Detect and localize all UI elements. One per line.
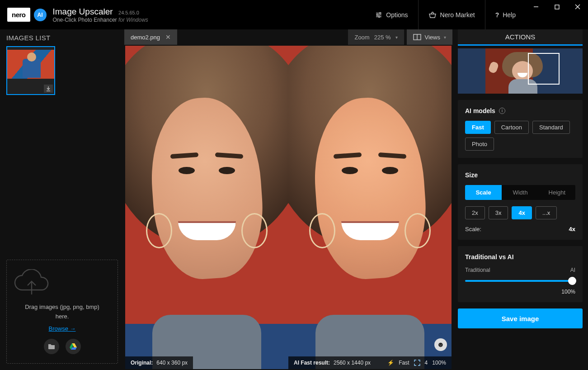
- svg-point-5: [379, 16, 380, 17]
- actions-title: ACTIONS: [458, 29, 583, 46]
- scale-4x-button[interactable]: 4x: [512, 206, 532, 219]
- title-block: Image Upscaler 24.5.65.0 One-Click Photo…: [53, 7, 148, 23]
- app-version: 24.5.65.0: [118, 10, 139, 15]
- thumbnail-image: [7, 50, 54, 79]
- google-drive-button[interactable]: [66, 339, 81, 354]
- chevron-down-icon: ▾: [395, 35, 398, 40]
- model-standard-button[interactable]: Standard: [532, 121, 570, 134]
- model-fast-button[interactable]: Fast: [465, 121, 491, 134]
- download-icon: [46, 86, 51, 91]
- maximize-icon: [555, 5, 560, 9]
- chevron-down-icon: ▾: [444, 35, 446, 40]
- maximize-button[interactable]: [546, 0, 567, 14]
- images-list-panel: IMAGES LIST Drag images (jpg, png, bmp)h…: [0, 29, 124, 370]
- basket-icon: [428, 11, 437, 19]
- original-pane: Original: 640 x 360 px: [125, 46, 288, 369]
- dropzone[interactable]: Drag images (jpg, png, bmp)here. Browse …: [6, 260, 118, 364]
- zoom-label: Zoom: [354, 34, 369, 41]
- svg-point-3: [380, 12, 381, 14]
- app-window: nero AI Image Upscaler 24.5.65.0 One-Cli…: [0, 0, 588, 370]
- scale-x-button[interactable]: ...x: [536, 206, 557, 219]
- model-photo-button[interactable]: Photo: [465, 138, 494, 151]
- browse-link[interactable]: Browse →: [49, 325, 76, 332]
- result-info: AI Fast result: 2560 x 1440 px ⚡ Fast 4 …: [288, 356, 452, 369]
- sliders-icon: [375, 11, 382, 19]
- app-title: Image Upscaler: [53, 7, 113, 16]
- tabbar: demo2.png ✕ Zoom 225 % ▾ Views ▾: [124, 29, 452, 45]
- tab-close-button[interactable]: ✕: [165, 33, 171, 41]
- options-button[interactable]: Options: [365, 0, 418, 29]
- views-label: Views: [425, 34, 440, 41]
- compare-view[interactable]: Original: 640 x 360 px ☻ AI Fast result:…: [124, 45, 452, 370]
- zoom-control[interactable]: Zoom 225 % ▾: [348, 29, 404, 45]
- slider-thumb[interactable]: [568, 277, 576, 285]
- titlebar: nero AI Image Upscaler 24.5.65.0 One-Cli…: [0, 0, 588, 29]
- browse-folder-button[interactable]: [44, 339, 59, 354]
- dropzone-text: Drag images (jpg, png, bmp)here.: [11, 303, 113, 322]
- size-tab-scale[interactable]: Scale: [465, 185, 502, 200]
- tab-filename: demo2.png: [131, 34, 160, 41]
- thumbnail-download-button[interactable]: [44, 85, 53, 93]
- feedback-button[interactable]: ☻: [434, 338, 447, 351]
- ai-models-panel: AI modelsi FastCartoonStandardPhoto: [458, 100, 583, 158]
- svg-point-4: [377, 14, 378, 15]
- save-image-button[interactable]: Save image: [458, 308, 583, 328]
- split-view-icon: [413, 34, 421, 40]
- tvsa-slider[interactable]: [465, 277, 575, 285]
- result-pane: ☻ AI Fast result: 2560 x 1440 px ⚡ Fast …: [288, 46, 452, 369]
- question-icon: ?: [495, 11, 499, 19]
- nero-market-button[interactable]: Nero Market: [418, 0, 485, 29]
- size-panel: Size ScaleWidthHeight 2x3x4x...x Scale: …: [458, 164, 583, 240]
- google-drive-icon: [70, 343, 77, 350]
- navigator-viewport[interactable]: [528, 53, 560, 85]
- cloud-upload-icon: [11, 269, 52, 298]
- scale-2x-button[interactable]: 2x: [465, 206, 485, 219]
- close-icon: [575, 4, 580, 9]
- info-icon[interactable]: i: [499, 108, 505, 114]
- expand-icon: [414, 360, 420, 366]
- minimize-icon: [533, 4, 539, 9]
- tvsa-value: 100%: [465, 289, 575, 295]
- help-button[interactable]: ? Help: [485, 0, 526, 29]
- bolt-icon: ⚡: [387, 360, 394, 366]
- zoom-value: 225 %: [374, 34, 391, 41]
- folder-icon: [48, 343, 55, 350]
- minimize-button[interactable]: [526, 0, 546, 14]
- traditional-vs-ai-panel: Traditional vs AI Traditional AI 100%: [458, 246, 583, 302]
- actions-panel: ACTIONS AI modelsi FastCartoonStandardPh…: [452, 29, 588, 370]
- logo: nero AI: [7, 8, 47, 22]
- size-tab-width[interactable]: Width: [502, 185, 538, 200]
- smiley-icon: ☻: [437, 341, 445, 349]
- logo-nero: nero: [7, 8, 30, 22]
- app-subtitle: One-Click Photo Enhancer for Windows: [53, 17, 148, 23]
- views-control[interactable]: Views ▾: [407, 29, 452, 45]
- scale-3x-button[interactable]: 3x: [489, 206, 508, 219]
- close-button[interactable]: [567, 0, 588, 14]
- images-list-title: IMAGES LIST: [6, 34, 118, 42]
- file-tab[interactable]: demo2.png ✕: [124, 29, 177, 45]
- svg-rect-7: [555, 5, 559, 9]
- navigator-preview[interactable]: [458, 48, 583, 94]
- size-tab-height[interactable]: Height: [539, 185, 575, 200]
- image-thumbnail[interactable]: [6, 46, 55, 95]
- scale-value: 4x: [569, 226, 575, 232]
- model-cartoon-button[interactable]: Cartoon: [494, 121, 529, 134]
- editor-area: demo2.png ✕ Zoom 225 % ▾ Views ▾: [124, 29, 452, 370]
- scale-label: Scale:: [465, 226, 481, 232]
- original-info: Original: 640 x 360 px: [125, 356, 193, 369]
- logo-ai-badge: AI: [34, 9, 47, 21]
